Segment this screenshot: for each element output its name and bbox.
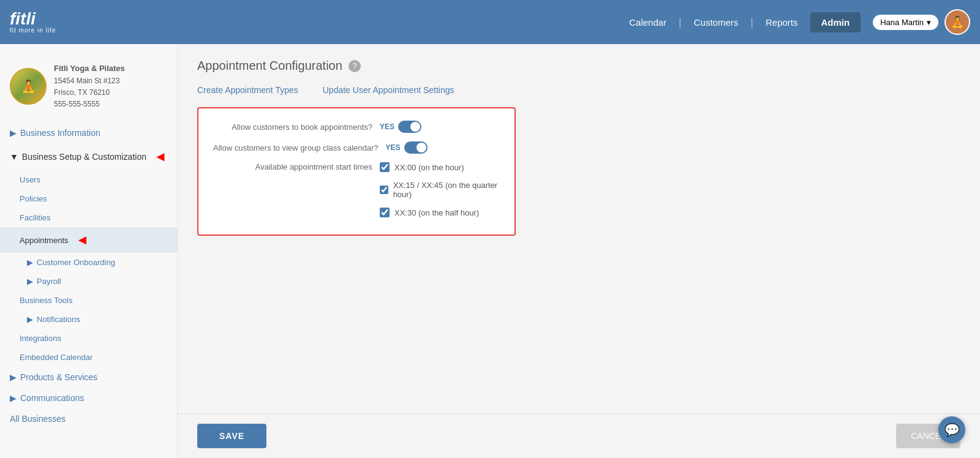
sidebar-item-label: Policies	[20, 194, 47, 203]
logo-tagline: fit more in life	[10, 28, 56, 34]
allow-group-toggle[interactable]: YES	[386, 141, 428, 154]
create-appointment-types-link[interactable]: Create Appointment Types	[197, 85, 298, 95]
sidebar-item-label: Notifications	[37, 315, 80, 324]
appointment-config-box: Allow customers to book appointments? YE…	[197, 107, 516, 236]
sidebar-item-products-services[interactable]: ▶ Products & Services	[0, 367, 177, 388]
allow-group-label: Allow customers to view group class cale…	[213, 143, 379, 152]
allow-book-toggle[interactable]: YES	[380, 121, 421, 133]
chevron-right-icon: ▶	[10, 128, 17, 138]
sidebar-item-all-businesses[interactable]: All Businesses	[0, 408, 177, 429]
nav-calendar[interactable]: Calendar	[629, 17, 666, 28]
red-arrow-setup: ◄	[154, 149, 167, 165]
sidebar-item-label: Communications	[20, 393, 84, 403]
sidebar-item-label: Customer Onboarding	[37, 258, 115, 267]
nav-admin-button[interactable]: Admin	[810, 12, 861, 32]
chat-button[interactable]: 💬	[938, 416, 965, 443]
checkbox-half-hour: XX:30 (on the half hour)	[380, 208, 500, 217]
sidebar-item-notifications[interactable]: ▶ Notifications	[0, 310, 177, 329]
content-area: Appointment Configuration ? Create Appoi…	[178, 44, 980, 413]
allow-book-yes-label: YES	[380, 122, 394, 131]
sidebar-item-label: Payroll	[37, 277, 61, 286]
nav-right: Calendar | Customers | Reports Admin Han…	[629, 9, 970, 35]
main-layout: 🧘 Fitli Yoga & Pilates 15454 Main St #12…	[0, 44, 980, 458]
chevron-right-icon: ▶	[27, 277, 33, 286]
business-header: 🧘 Fitli Yoga & Pilates 15454 Main St #12…	[0, 56, 177, 122]
quarter-hour-checkbox[interactable]	[380, 185, 388, 195]
save-button[interactable]: SAVE	[197, 424, 266, 448]
business-details: Fitli Yoga & Pilates 15454 Main St #123 …	[54, 62, 125, 110]
bottom-bar: SAVE CANCEL	[178, 413, 980, 458]
content-wrapper: Appointment Configuration ? Create Appoi…	[178, 44, 980, 458]
half-hour-checkbox[interactable]	[380, 208, 390, 217]
sidebar-item-users[interactable]: Users	[0, 170, 177, 189]
sidebar-item-label: Products & Services	[20, 372, 97, 382]
chat-icon: 💬	[944, 422, 960, 437]
checkbox-on-hour: XX:00 (on the hour)	[380, 162, 500, 172]
top-nav: fitli fit more in life Calendar | Custom…	[0, 0, 980, 44]
business-city: Frisco, TX 76210	[54, 87, 125, 99]
sidebar-item-label: Integrations	[20, 334, 61, 343]
action-links: Create Appointment Types Update User App…	[197, 85, 960, 95]
sidebar-item-label: Business Setup & Customization	[22, 152, 146, 162]
business-phone: 555-555-5555	[54, 99, 125, 110]
on-hour-label: XX:00 (on the hour)	[394, 163, 464, 172]
sidebar-item-label: Facilities	[20, 213, 51, 222]
sidebar-item-label: Business Tools	[20, 296, 72, 305]
chevron-down-icon: ▼	[10, 152, 18, 162]
help-icon[interactable]: ?	[349, 60, 361, 72]
sidebar-item-policies[interactable]: Policies	[0, 189, 177, 208]
start-times-row: Available appointment start times XX:00 …	[213, 162, 500, 222]
sidebar-item-label: Embedded Calendar	[20, 353, 92, 362]
chevron-right-icon: ▶	[27, 258, 33, 267]
business-name: Fitli Yoga & Pilates	[54, 62, 125, 75]
sidebar-item-embedded-calendar[interactable]: Embedded Calendar	[0, 348, 177, 367]
start-times-checkboxes: XX:00 (on the hour) XX:15 / XX:45 (on th…	[380, 162, 500, 222]
chevron-right-icon: ▶	[10, 372, 17, 382]
sidebar-item-payroll[interactable]: ▶ Payroll	[0, 272, 177, 291]
sidebar-item-communications[interactable]: ▶ Communications	[0, 388, 177, 408]
nav-reports[interactable]: Reports	[766, 17, 798, 28]
business-logo: 🧘	[10, 68, 47, 105]
allow-book-label: Allow customers to book appointments?	[213, 122, 372, 132]
sidebar-item-label: Users	[20, 175, 40, 184]
page-title-row: Appointment Configuration ?	[197, 59, 960, 73]
chevron-right-icon: ▶	[10, 393, 17, 403]
chevron-down-icon: ▾	[927, 18, 931, 27]
sidebar-item-label: All Businesses	[10, 414, 66, 424]
checkbox-quarter-hour: XX:15 / XX:45 (on the quarter hour)	[380, 181, 500, 199]
user-area: Hana Martin ▾ 🧘	[873, 9, 970, 35]
avatar: 🧘	[944, 9, 970, 35]
sidebar-item-label: Appointments	[20, 236, 69, 245]
sidebar-item-business-tools[interactable]: Business Tools	[0, 291, 177, 310]
sidebar-item-customer-onboarding[interactable]: ▶ Customer Onboarding	[0, 253, 177, 272]
red-arrow-appointments: ◄	[76, 232, 89, 248]
user-name: Hana Martin	[880, 18, 924, 27]
sidebar-item-label: Business Information	[20, 128, 100, 138]
sidebar-item-facilities[interactable]: Facilities	[0, 208, 177, 227]
sidebar-item-integrations[interactable]: Integrations	[0, 329, 177, 348]
on-hour-checkbox[interactable]	[380, 162, 390, 172]
allow-group-switch[interactable]	[404, 141, 428, 154]
allow-book-row: Allow customers to book appointments? YE…	[213, 121, 500, 133]
page-title: Appointment Configuration	[197, 59, 342, 73]
allow-group-row: Allow customers to view group class cale…	[213, 141, 500, 154]
quarter-hour-label: XX:15 / XX:45 (on the quarter hour)	[393, 181, 500, 199]
update-user-settings-link[interactable]: Update User Appointment Settings	[323, 85, 454, 95]
logo-name: fitli	[10, 10, 56, 28]
sidebar: 🧘 Fitli Yoga & Pilates 15454 Main St #12…	[0, 44, 178, 458]
allow-book-switch[interactable]	[398, 121, 421, 133]
logo: fitli fit more in life	[10, 10, 56, 34]
user-dropdown-button[interactable]: Hana Martin ▾	[873, 15, 938, 30]
allow-group-yes-label: YES	[386, 143, 401, 152]
chevron-right-icon: ▶	[27, 315, 33, 324]
half-hour-label: XX:30 (on the half hour)	[394, 208, 479, 217]
start-times-label: Available appointment start times	[213, 162, 372, 171]
sidebar-item-business-setup[interactable]: ▼ Business Setup & Customization ◄	[0, 143, 177, 170]
sidebar-item-appointments[interactable]: Appointments ◄	[0, 227, 177, 253]
sidebar-item-business-information[interactable]: ▶ Business Information	[0, 122, 177, 143]
nav-customers[interactable]: Customers	[694, 17, 739, 28]
business-address: 15454 Main St #123	[54, 75, 125, 87]
